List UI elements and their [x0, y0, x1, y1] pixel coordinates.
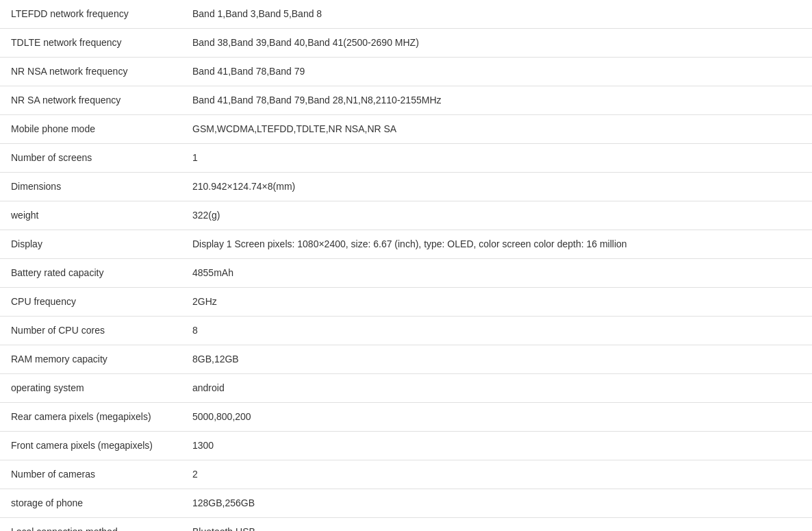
spec-label: weight [0, 201, 181, 230]
spec-value: Band 38,Band 39,Band 40,Band 41(2500-269… [181, 29, 812, 58]
spec-value: 2GHz [181, 288, 812, 317]
table-row: weight322(g) [0, 201, 812, 230]
spec-value: 210.942×124.74×8(mm) [181, 173, 812, 201]
spec-value: Band 41,Band 78,Band 79,Band 28,N1,N8,21… [181, 86, 812, 115]
table-row: NR NSA network frequencyBand 41,Band 78,… [0, 58, 812, 86]
spec-label: TDLTE network frequency [0, 29, 181, 58]
spec-table: LTEFDD network frequencyBand 1,Band 3,Ba… [0, 0, 812, 531]
spec-label: RAM memory capacity [0, 345, 181, 374]
table-row: Front camera pixels (megapixels)1300 [0, 432, 812, 460]
table-row: RAM memory capacity8GB,12GB [0, 345, 812, 374]
table-row: NR SA network frequencyBand 41,Band 78,B… [0, 86, 812, 115]
spec-value: Bluetooth,USB [181, 518, 812, 532]
spec-value: 8GB,12GB [181, 345, 812, 374]
spec-value: 2 [181, 460, 812, 489]
table-row: Mobile phone modeGSM,WCDMA,LTEFDD,TDLTE,… [0, 115, 812, 144]
spec-label: CPU frequency [0, 288, 181, 317]
spec-label: NR SA network frequency [0, 86, 181, 115]
table-row: Local connection methodBluetooth,USB [0, 518, 812, 532]
spec-value: 8 [181, 317, 812, 345]
spec-label: LTEFDD network frequency [0, 0, 181, 29]
spec-label: Number of CPU cores [0, 317, 181, 345]
spec-label: NR NSA network frequency [0, 58, 181, 86]
spec-value: GSM,WCDMA,LTEFDD,TDLTE,NR NSA,NR SA [181, 115, 812, 144]
spec-label: Dimensions [0, 173, 181, 201]
spec-value: android [181, 374, 812, 403]
table-row: TDLTE network frequencyBand 38,Band 39,B… [0, 29, 812, 58]
table-row: LTEFDD network frequencyBand 1,Band 3,Ba… [0, 0, 812, 29]
table-row: Number of CPU cores8 [0, 317, 812, 345]
spec-value: 1 [181, 144, 812, 173]
spec-label: operating system [0, 374, 181, 403]
spec-value: 4855mAh [181, 259, 812, 288]
table-row: Dimensions210.942×124.74×8(mm) [0, 173, 812, 201]
table-row: DisplayDisplay 1 Screen pixels: 1080×240… [0, 230, 812, 259]
table-row: Number of cameras2 [0, 460, 812, 489]
spec-value: Display 1 Screen pixels: 1080×2400, size… [181, 230, 812, 259]
spec-value: 128GB,256GB [181, 489, 812, 518]
table-row: Number of screens1 [0, 144, 812, 173]
table-row: Rear camera pixels (megapixels)5000,800,… [0, 403, 812, 432]
spec-label: storage of phone [0, 489, 181, 518]
spec-value: Band 41,Band 78,Band 79 [181, 58, 812, 86]
table-row: Battery rated capacity4855mAh [0, 259, 812, 288]
table-row: operating systemandroid [0, 374, 812, 403]
table-row: CPU frequency2GHz [0, 288, 812, 317]
spec-value: 1300 [181, 432, 812, 460]
spec-label: Front camera pixels (megapixels) [0, 432, 181, 460]
spec-label: Battery rated capacity [0, 259, 181, 288]
spec-label: Number of screens [0, 144, 181, 173]
spec-value: 322(g) [181, 201, 812, 230]
spec-value: 5000,800,200 [181, 403, 812, 432]
spec-label: Local connection method [0, 518, 181, 532]
table-row: storage of phone128GB,256GB [0, 489, 812, 518]
spec-label: Mobile phone mode [0, 115, 181, 144]
spec-label: Display [0, 230, 181, 259]
spec-label: Rear camera pixels (megapixels) [0, 403, 181, 432]
spec-label: Number of cameras [0, 460, 181, 489]
spec-value: Band 1,Band 3,Band 5,Band 8 [181, 0, 812, 29]
